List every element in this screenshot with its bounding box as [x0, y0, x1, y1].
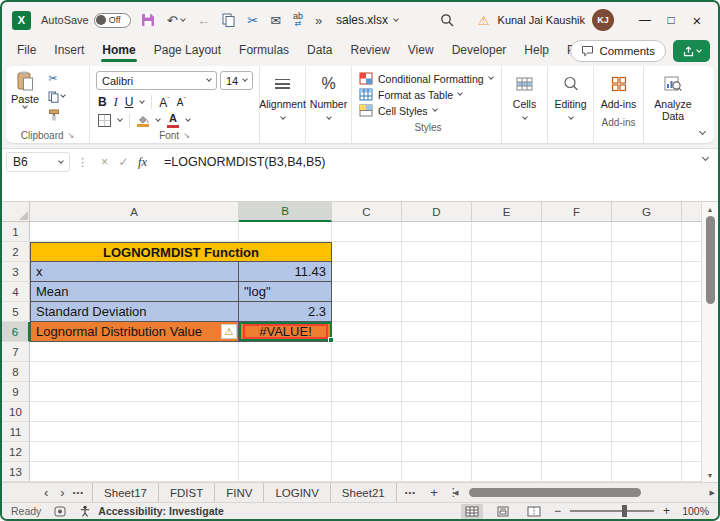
column-header-a[interactable]: A [30, 202, 239, 222]
column-header-b[interactable]: B [239, 202, 332, 222]
column-header-g[interactable]: G [612, 202, 682, 222]
cell[interactable] [472, 422, 542, 442]
increase-font-button[interactable]: Aˆ [159, 96, 169, 109]
chevron-down-icon[interactable] [155, 116, 161, 122]
cell-styles-button[interactable]: Cell Styles [359, 103, 497, 118]
insert-function-button[interactable]: fx [133, 155, 152, 170]
name-box[interactable]: B6 [6, 152, 70, 172]
column-header-f[interactable]: F [542, 202, 612, 222]
cell[interactable] [472, 382, 542, 402]
maximize-button[interactable]: □ [658, 13, 684, 27]
cell[interactable] [472, 302, 542, 322]
cell[interactable] [542, 222, 612, 242]
autosave-toggle[interactable]: Off [94, 13, 131, 28]
cell-b3[interactable]: 11.43 [239, 262, 332, 282]
row-header-11[interactable]: 11 [2, 422, 30, 442]
formula-input[interactable]: =LOGNORMDIST(B3,B4,B5) [164, 155, 326, 169]
column-header-d[interactable]: D [402, 202, 472, 222]
account-warning-icon[interactable]: ⚠ [478, 13, 490, 28]
hidden-sheets-right-icon[interactable]: ••• [405, 488, 416, 497]
cell[interactable] [30, 382, 239, 402]
cell-b6-active[interactable]: #VALUE! [239, 322, 332, 342]
qat-overflow-button[interactable]: » [315, 14, 322, 27]
horizontal-scrollbar[interactable]: ◀ ▶ [453, 485, 715, 500]
row-header-9[interactable]: 9 [2, 382, 30, 402]
cell[interactable] [542, 282, 612, 302]
font-size-select[interactable]: 14 [220, 71, 253, 90]
document-title[interactable]: sales.xlsx [336, 2, 398, 38]
cell-b4[interactable]: "log" [239, 282, 332, 302]
enter-button[interactable]: ✓ [114, 155, 133, 169]
sheet-tab-loginv[interactable]: LOGINV [264, 483, 330, 502]
paste-button[interactable]: Paste [11, 71, 39, 127]
zoom-level[interactable]: 100% [679, 505, 709, 517]
row-header-7[interactable]: 7 [2, 342, 30, 362]
cell[interactable] [612, 242, 682, 262]
cell[interactable] [239, 422, 332, 442]
cell[interactable] [472, 262, 542, 282]
sheet-tab-fdist[interactable]: FDIST [159, 483, 215, 502]
tab-formulas[interactable]: Formulas [230, 43, 298, 66]
cells-group[interactable]: Cells [502, 66, 548, 143]
cell-a5[interactable]: Standard Deviation [30, 302, 239, 322]
cell[interactable] [239, 462, 332, 482]
cell[interactable] [612, 342, 682, 362]
cell[interactable] [472, 242, 542, 262]
cell[interactable] [472, 462, 542, 482]
cell[interactable] [332, 322, 402, 342]
cut-icon[interactable]: ✂ [247, 14, 258, 27]
dialog-launcher-icon[interactable]: ↘ [68, 131, 75, 140]
cell-b5[interactable]: 2.3 [239, 302, 332, 322]
cell[interactable] [542, 382, 612, 402]
row-header-10[interactable]: 10 [2, 402, 30, 422]
cell[interactable] [30, 462, 239, 482]
cell[interactable] [402, 322, 472, 342]
borders-icon[interactable] [98, 114, 111, 127]
cell[interactable] [402, 442, 472, 462]
scroll-down-icon[interactable]: ▼ [702, 468, 718, 482]
user-name[interactable]: Kunal Jai Kaushik [498, 14, 585, 26]
cell[interactable] [402, 382, 472, 402]
cell[interactable] [30, 442, 239, 462]
cell[interactable] [239, 342, 332, 362]
bold-button[interactable]: B [98, 96, 107, 108]
conditional-formatting-button[interactable]: Conditional Formatting [359, 71, 497, 86]
column-header-e[interactable]: E [472, 202, 542, 222]
tab-review[interactable]: Review [341, 43, 398, 66]
cell[interactable] [542, 342, 612, 362]
scroll-up-icon[interactable]: ▲ [702, 202, 718, 216]
new-sheet-button[interactable]: + [430, 485, 438, 500]
cell[interactable] [402, 302, 472, 322]
accessibility-icon[interactable] [79, 505, 91, 517]
minimize-button[interactable]: — [632, 13, 658, 27]
cell[interactable] [612, 262, 682, 282]
chevron-down-icon[interactable] [117, 116, 123, 122]
cell[interactable] [30, 422, 239, 442]
cell[interactable] [332, 342, 402, 362]
zoom-out-button[interactable]: − [554, 504, 561, 518]
macro-record-icon[interactable] [54, 506, 66, 517]
cell[interactable] [332, 302, 402, 322]
analyze-data-button[interactable]: Analyze Data [644, 66, 702, 143]
dialog-launcher-icon[interactable]: ↘ [183, 131, 190, 140]
cell[interactable] [472, 442, 542, 462]
zoom-slider[interactable] [570, 510, 654, 512]
cell[interactable] [612, 302, 682, 322]
tab-home[interactable]: Home [93, 43, 144, 66]
page-break-view-button[interactable] [523, 504, 545, 519]
hidden-sheets-left-icon[interactable]: ••• [73, 488, 84, 497]
row-header-12[interactable]: 12 [2, 442, 30, 462]
cell[interactable] [332, 282, 402, 302]
italic-button[interactable]: I [114, 96, 118, 108]
avatar[interactable]: KJ [592, 9, 614, 31]
share-button[interactable] [673, 40, 710, 62]
sheet-nav-right-icon[interactable]: › [60, 486, 64, 499]
cell[interactable] [239, 402, 332, 422]
addins-group[interactable]: Add-ins Add-ins [594, 66, 644, 143]
sheet-nav-left-icon[interactable]: ‹ [44, 486, 48, 499]
row-header-1[interactable]: 1 [2, 222, 30, 242]
page-layout-view-button[interactable] [492, 504, 514, 519]
cell[interactable] [472, 402, 542, 422]
scroll-left-icon[interactable]: ◀ [453, 489, 458, 497]
cell[interactable] [332, 242, 402, 262]
